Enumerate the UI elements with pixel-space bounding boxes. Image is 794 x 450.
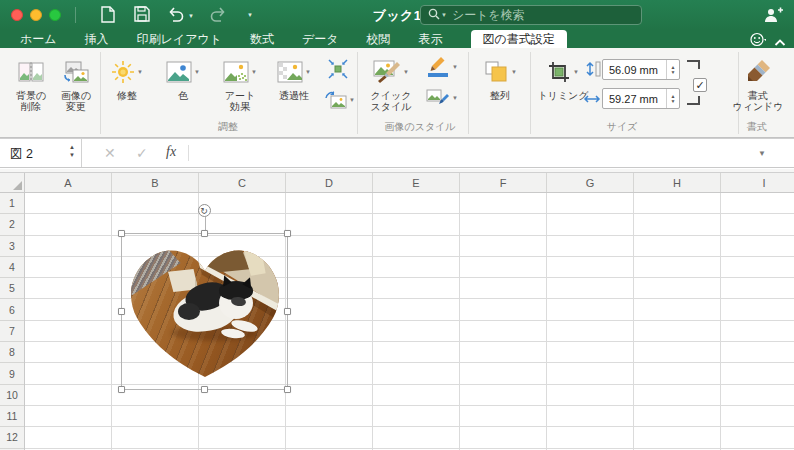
shape-height-stepper[interactable]: ▲▼ (666, 60, 679, 79)
sheet-search-input[interactable]: ▼ シートを検索 (420, 5, 642, 25)
remove-background-icon (18, 54, 44, 90)
change-picture-label: 画像の 変更 (61, 90, 91, 112)
title-bar: ▼ ▼ ブック1 ▼ シートを検索 (0, 0, 794, 30)
crop-caret-icon: ▼ (573, 69, 579, 75)
shape-width-input[interactable]: 59.27 mm ▲▼ (602, 88, 680, 109)
share-icon[interactable] (763, 7, 783, 27)
arrange-icon: ▼ (483, 54, 517, 90)
row-header-10[interactable]: 10 (0, 385, 24, 406)
name-box-stepper[interactable]: ▲▼ (69, 143, 75, 159)
row-header-11[interactable]: 11 (0, 406, 24, 427)
transparency-button[interactable]: ▼ 透過性 (270, 54, 318, 101)
select-all-corner[interactable] (0, 173, 25, 193)
excel-window: ▼ ▼ ブック1 ▼ シートを検索 ホーム挿入印刷レイアウト数式データ校閲表示図… (0, 0, 794, 450)
resize-handle-ne[interactable] (284, 230, 291, 237)
column-header-C[interactable]: C (199, 173, 286, 192)
name-box[interactable]: 図 2 ▲▼ (0, 139, 82, 167)
quick-styles-label: クイック スタイル (371, 90, 412, 112)
shape-width-stepper[interactable]: ▲▼ (666, 89, 679, 108)
tab-校閲[interactable]: 校閲 (367, 30, 391, 48)
transparency-label: 透過性 (279, 90, 309, 101)
new-workbook-icon[interactable] (100, 6, 115, 27)
resize-handle-s[interactable] (201, 386, 208, 393)
format-pane-button[interactable]: 書式 ウィンドウ (730, 54, 786, 112)
remove-background-button[interactable]: 背景の 削除 (8, 54, 54, 112)
lock-aspect-ratio-checkbox[interactable]: ✓ (693, 78, 707, 92)
tab-挿入[interactable]: 挿入 (85, 30, 109, 48)
column-header-I[interactable]: I (721, 173, 794, 192)
redo-icon[interactable] (210, 6, 227, 26)
tab-表示[interactable]: 表示 (419, 30, 443, 48)
column-header-E[interactable]: E (373, 173, 460, 192)
crop-icon: ▼ (547, 54, 579, 90)
shape-width-icon (582, 92, 602, 106)
group-divider (468, 52, 469, 134)
column-header-G[interactable]: G (547, 173, 634, 192)
quick-styles-button[interactable]: ▼ クイック スタイル (362, 54, 420, 112)
corrections-sun-icon: ▼ (111, 54, 143, 90)
undo-icon[interactable] (167, 6, 184, 26)
picture-selection-box[interactable]: ↻ (121, 233, 288, 390)
column-header-H[interactable]: H (634, 173, 721, 192)
insert-function-icon[interactable]: fx (166, 144, 176, 160)
picture-border-button[interactable]: ▼ (426, 56, 458, 78)
formula-bar-expand-caret-icon[interactable]: ▼ (758, 149, 766, 158)
column-header-D[interactable]: D (286, 173, 373, 192)
tab-印刷レイアウト[interactable]: 印刷レイアウト (137, 30, 222, 48)
crop-label: トリミング (537, 90, 588, 101)
change-picture-button[interactable]: 画像の 変更 (54, 54, 98, 112)
shape-height-input[interactable]: 56.09 mm ▲▼ (602, 59, 680, 80)
resize-handle-se[interactable] (284, 386, 291, 393)
rotation-handle-stem (205, 217, 206, 230)
row-headers: 12345678910111213 (0, 193, 25, 450)
toolbar-overflow-icon[interactable]: ▼ (247, 12, 253, 18)
group-divider (100, 52, 101, 134)
transparency-icon: ▼ (277, 54, 311, 90)
column-header-F[interactable]: F (460, 173, 547, 192)
row-header-6[interactable]: 6 (0, 299, 24, 320)
row-header-12[interactable]: 12 (0, 427, 24, 448)
save-icon[interactable] (134, 6, 150, 26)
column-header-A[interactable]: A (25, 173, 112, 192)
undo-caret-icon[interactable]: ▼ (188, 13, 194, 19)
row-header-4[interactable]: 4 (0, 257, 24, 278)
corrections-button[interactable]: ▼ 修整 (104, 54, 150, 101)
row-header-3[interactable]: 3 (0, 236, 24, 257)
search-placeholder: シートを検索 (452, 7, 525, 24)
compress-picture-button[interactable] (327, 58, 349, 80)
picture-effects-button[interactable]: ▼ (426, 88, 458, 108)
tab-データ[interactable]: データ (302, 30, 339, 48)
row-header-2[interactable]: 2 (0, 214, 24, 235)
artistic-effects-icon: ▼ (223, 54, 257, 90)
group-label-format: 書式 (712, 120, 794, 134)
reset-picture-button[interactable]: ▼ (325, 90, 355, 110)
minimize-window-button[interactable] (30, 9, 42, 21)
zoom-window-button[interactable] (49, 9, 61, 21)
row-header-1[interactable]: 1 (0, 193, 24, 214)
color-button[interactable]: ▼ 色 (158, 54, 208, 101)
resize-handle-sw[interactable] (118, 386, 125, 393)
corrections-label: 修整 (117, 90, 137, 101)
cancel-icon[interactable]: ✕ (104, 145, 116, 161)
artistic-effects-button[interactable]: ▼ アート 効果 (212, 54, 268, 112)
resize-handle-nw[interactable] (118, 230, 125, 237)
search-scope-caret-icon[interactable]: ▼ (441, 12, 447, 18)
row-header-5[interactable]: 5 (0, 278, 24, 299)
row-header-9[interactable]: 9 (0, 363, 24, 384)
resize-handle-e[interactable] (284, 308, 291, 315)
resize-handle-w[interactable] (118, 308, 125, 315)
shape-width-value: 59.27 mm (609, 93, 658, 105)
tab-ホーム[interactable]: ホーム (20, 30, 57, 48)
close-window-button[interactable] (11, 9, 23, 21)
group-label-adjust: 調整 (183, 120, 273, 134)
row-header-7[interactable]: 7 (0, 321, 24, 342)
resize-handle-n[interactable] (201, 230, 208, 237)
tab-数式[interactable]: 数式 (250, 30, 274, 48)
column-header-B[interactable]: B (112, 173, 199, 192)
row-header-8[interactable]: 8 (0, 342, 24, 363)
arrange-button[interactable]: ▼ 整列 (474, 54, 526, 101)
quick-styles-caret-icon: ▼ (403, 69, 409, 75)
tab-図の書式設定[interactable]: 図の書式設定 (471, 30, 567, 48)
enter-icon[interactable]: ✓ (136, 145, 148, 161)
rotation-handle[interactable]: ↻ (198, 204, 211, 217)
